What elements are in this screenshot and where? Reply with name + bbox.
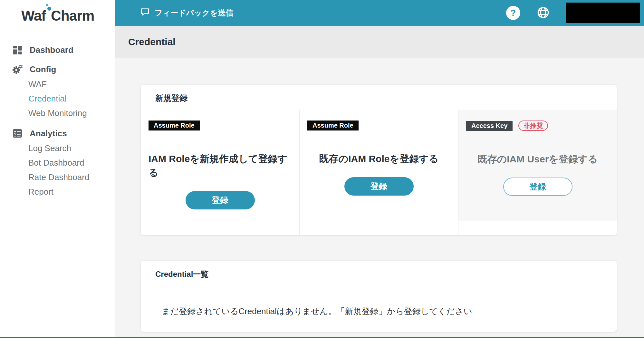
sidebar-item-log-search[interactable]: Log Search bbox=[0, 141, 115, 156]
sidebar-nav: Dashboard bbox=[0, 42, 115, 199]
register-button-existing-iam-role[interactable]: 登録 bbox=[344, 177, 414, 196]
option-create-iam-role: Assume Role IAM Roleを新規作成して登録する 登録 bbox=[141, 110, 299, 235]
page-header: Credential bbox=[115, 26, 644, 58]
wafcharm-app: WafCharm Dashboard bbox=[0, 0, 644, 338]
sidebar-item-bot-dashboard[interactable]: Bot Dashboard bbox=[0, 156, 115, 170]
sidebar: WafCharm Dashboard bbox=[0, 0, 115, 338]
register-button-existing-iam-user[interactable]: 登録 bbox=[503, 178, 572, 196]
sidebar-item-label: Analytics bbox=[30, 129, 67, 139]
speech-bubble-icon bbox=[140, 8, 149, 18]
gear-icon bbox=[12, 65, 23, 74]
option-heading: IAM Roleを新規作成して登録する bbox=[149, 152, 292, 179]
new-registration-card: 新規登録 Assume Role IAM Roleを新規作成して登録する 登録 … bbox=[141, 85, 617, 235]
sidebar-item-label: WAF bbox=[28, 79, 47, 89]
sidebar-item-label: Log Search bbox=[28, 143, 71, 153]
sidebar-item-label: Report bbox=[28, 187, 53, 197]
badge-row: Assume Role bbox=[149, 121, 292, 130]
sidebar-item-web-monitoring[interactable]: Web Monitoring bbox=[0, 106, 115, 121]
option-heading: 既存のIAM Userを登録する bbox=[466, 152, 609, 166]
checklist-icon bbox=[12, 129, 23, 138]
question-mark-icon: ? bbox=[511, 8, 516, 18]
language-globe-button[interactable] bbox=[536, 5, 551, 21]
access-key-badge: Access Key bbox=[466, 121, 513, 131]
option-existing-iam-role: Assume Role 既存のIAM Roleを登録する 登録 bbox=[299, 110, 458, 235]
deprecated-badge: 非推奨 bbox=[518, 121, 548, 131]
option-existing-iam-user: Access Key 非推奨 既存のIAM Userを登録する 登録 bbox=[458, 110, 617, 235]
sidebar-item-label: Dashboard bbox=[30, 45, 73, 55]
content: 新規登録 Assume Role IAM Roleを新規作成して登録する 登録 … bbox=[115, 58, 644, 332]
option-heading: 既存のIAM Roleを登録する bbox=[307, 152, 450, 166]
sidebar-item-label: Config bbox=[30, 64, 56, 74]
page-title: Credential bbox=[128, 36, 176, 47]
send-feedback-button[interactable]: フィードバックを送信 bbox=[140, 8, 233, 18]
sidebar-item-label: Rate Dashboard bbox=[28, 172, 89, 182]
bottom-accent-line bbox=[0, 337, 644, 338]
user-account-redacted[interactable] bbox=[566, 3, 640, 23]
assume-role-badge: Assume Role bbox=[307, 121, 359, 130]
sidebar-item-label: Web Monitoring bbox=[28, 108, 87, 118]
feedback-label: フィードバックを送信 bbox=[155, 8, 233, 18]
credential-list-title: Credential一覧 bbox=[141, 261, 617, 287]
topbar: フィードバックを送信 ? bbox=[115, 0, 644, 26]
credential-list-card: Credential一覧 まだ登録されているCredentialはありません。「… bbox=[141, 261, 617, 332]
register-button-create-iam-role[interactable]: 登録 bbox=[186, 191, 255, 209]
dashboard-icon bbox=[12, 46, 23, 54]
sidebar-item-rate-dashboard[interactable]: Rate Dashboard bbox=[0, 170, 115, 185]
assume-role-badge: Assume Role bbox=[149, 121, 200, 130]
registration-options: Assume Role IAM Roleを新規作成して登録する 登録 Assum… bbox=[141, 110, 617, 235]
globe-icon bbox=[536, 5, 551, 21]
main-area: フィードバックを送信 ? bbox=[115, 0, 644, 338]
logo-dots-icon bbox=[46, 8, 51, 11]
help-button[interactable]: ? bbox=[506, 6, 520, 20]
wafcharm-logo[interactable]: WafCharm bbox=[21, 8, 115, 24]
badge-row: Assume Role bbox=[307, 121, 450, 130]
sidebar-item-analytics[interactable]: Analytics bbox=[0, 126, 115, 141]
logo-part1: Waf bbox=[21, 8, 46, 24]
sidebar-item-credential[interactable]: Credential bbox=[0, 92, 115, 106]
credential-list-empty-message: まだ登録されているCredentialはありません。「新規登録」から登録してくだ… bbox=[141, 287, 617, 332]
sidebar-item-config[interactable]: Config bbox=[0, 62, 115, 77]
sidebar-item-report[interactable]: Report bbox=[0, 185, 115, 199]
sidebar-item-label: Bot Dashboard bbox=[28, 158, 84, 168]
badge-row: Access Key 非推奨 bbox=[466, 121, 609, 131]
new-registration-title: 新規登録 bbox=[141, 85, 617, 110]
sidebar-item-waf[interactable]: WAF bbox=[0, 77, 115, 92]
topbar-right: ? bbox=[506, 3, 640, 23]
logo-part2: Charm bbox=[51, 8, 94, 24]
sidebar-item-label: Credential bbox=[28, 94, 67, 104]
sidebar-item-dashboard[interactable]: Dashboard bbox=[0, 42, 115, 58]
